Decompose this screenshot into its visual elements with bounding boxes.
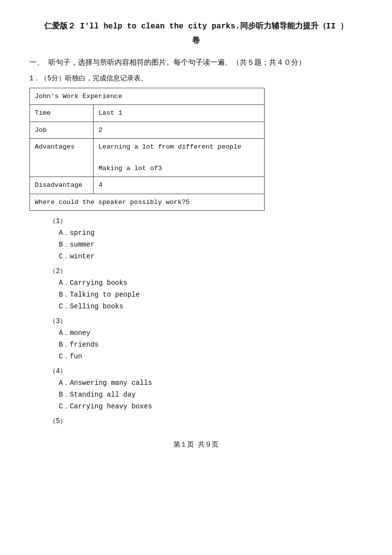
sub-question-1: （1）A．springB．summerC．winter xyxy=(29,217,363,261)
table-title-cell: John's Work Experience xyxy=(30,88,265,105)
table-row-title: John's Work Experience xyxy=(30,88,265,105)
option-1-2: B．summer xyxy=(59,240,363,249)
table-label-job: Job xyxy=(30,122,94,139)
sub-question-number-3: （3） xyxy=(49,317,363,326)
table-value-advantages: Learning a lot from different people Mak… xyxy=(94,139,265,177)
table-label-time: Time xyxy=(30,105,94,122)
table-row-advantages: Advantages Learning a lot from different… xyxy=(30,139,265,177)
sub-question-number-5: （5） xyxy=(49,417,363,426)
sub-question-number-4: （4） xyxy=(49,367,363,376)
table-value-time: Last 1 xyxy=(94,105,265,122)
work-experience-table: John's Work Experience Time Last 1 Job 2… xyxy=(29,88,265,211)
table-where-cell: Where could the speaker possibly work?5 xyxy=(30,194,265,211)
section-header: 一、 听句子，选择与所听内容相符的图片。每个句子读一遍。（共５题；共４０分） xyxy=(29,58,363,67)
question-intro: 1．（5分）听独白，完成信息记录表。 xyxy=(29,74,363,83)
table-row-where: Where could the speaker possibly work?5 xyxy=(30,194,265,211)
sub-question-number-2: （2） xyxy=(49,267,363,276)
option-1-1: A．spring xyxy=(59,228,363,237)
table-row-job: Job 2 xyxy=(30,122,265,139)
page-title: 仁爱版２ I'll help to clean the city parks.同… xyxy=(29,20,363,48)
table-row-time: Time Last 1 xyxy=(30,105,265,122)
option-3-1: A．money xyxy=(59,328,363,337)
title-line1: 仁爱版２ I'll help to clean the city parks.同… xyxy=(29,20,363,34)
option-4-3: C．Carrying heavy boxes xyxy=(59,402,363,411)
sub-question-3: （3）A．moneyB．friendsC．fun xyxy=(29,317,363,361)
option-2-3: C．Selling books xyxy=(59,302,363,311)
sub-question-2: （2）A．Carrying booksB．Talking to peopleC．… xyxy=(29,267,363,311)
table-value-disadvantage: 4 xyxy=(94,177,265,194)
option-4-1: A．Answering many calls xyxy=(59,378,363,387)
option-3-3: C．fun xyxy=(59,352,363,361)
table-label-advantages: Advantages xyxy=(30,139,94,177)
option-4-2: B．Standing all day xyxy=(59,390,363,399)
sub-question-4: （4）A．Answering many callsB．Standing all … xyxy=(29,367,363,411)
sub-questions-container: （1）A．springB．summerC．winter（2）A．Carrying… xyxy=(29,217,363,426)
option-3-2: B．friends xyxy=(59,340,363,349)
table-value-job: 2 xyxy=(94,122,265,139)
sub-question-5: （5） xyxy=(29,417,363,426)
page-footer: 第１页 共９页 xyxy=(29,440,363,449)
option-2-2: B．Talking to people xyxy=(59,290,363,299)
option-2-1: A．Carrying books xyxy=(59,278,363,287)
table-label-disadvantage: Disadvantage xyxy=(30,177,94,194)
option-1-3: C．winter xyxy=(59,252,363,261)
title-line2: 卷 xyxy=(29,34,363,48)
table-row-disadvantage: Disadvantage 4 xyxy=(30,177,265,194)
sub-question-number-1: （1） xyxy=(49,217,363,226)
